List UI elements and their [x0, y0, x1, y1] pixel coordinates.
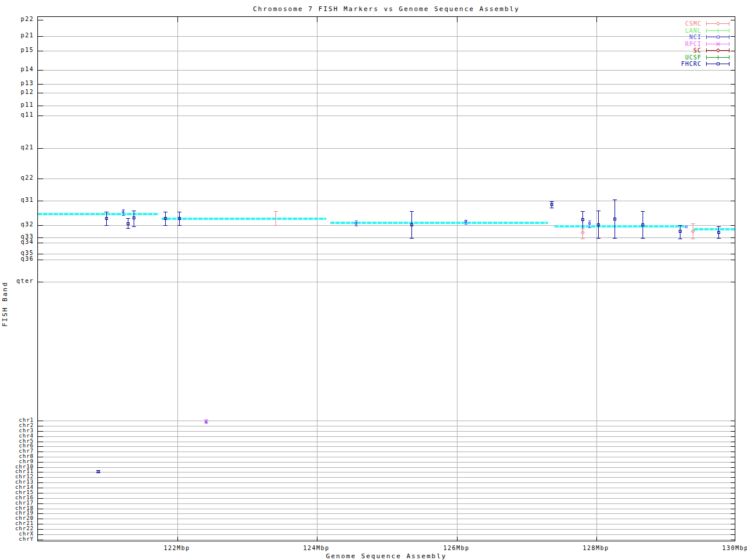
y-axis-tick [38, 106, 43, 106]
chart-title: Chromosome 7 FISH Markers vs Genome Sequ… [37, 5, 735, 13]
y-tick-label: q34 [0, 239, 34, 245]
y-axis-tick [731, 513, 735, 514]
legend-cap [729, 55, 729, 60]
error-bar-cap [132, 211, 136, 211]
gridline-horizontal [38, 84, 735, 85]
x-axis-tick [177, 17, 178, 22]
y-tick-label: p21 [0, 33, 34, 38]
y-axis-tick [38, 513, 43, 514]
legend-cap [729, 48, 729, 52]
legend-cap [729, 35, 729, 39]
legend-cap [706, 29, 707, 33]
legend-entry: RPCI [681, 41, 729, 48]
gridline-horizontal [38, 148, 735, 149]
error-bar-cap [588, 220, 591, 221]
y-axis-tick [38, 524, 43, 524]
gridline-horizontal [38, 503, 735, 504]
gridline-horizontal [38, 498, 735, 499]
y-axis-tick [38, 70, 43, 71]
gridline-horizontal [38, 51, 735, 51]
error-bar-cap [410, 238, 414, 239]
y-tick-label: q21 [0, 145, 34, 150]
y-tick-label: p13 [0, 80, 34, 86]
gridline-horizontal [38, 106, 735, 106]
error-bar-cap [550, 208, 554, 208]
legend-cap [706, 48, 707, 52]
x-axis-tick [596, 17, 597, 22]
error-bar-cap [126, 218, 130, 219]
gridline-horizontal [38, 452, 735, 452]
gridline-horizontal [38, 534, 735, 535]
gridline-horizontal [38, 426, 735, 426]
x-axis-label: Genome Sequence Assembly [37, 552, 735, 560]
gridline-horizontal [38, 524, 735, 524]
y-tick-label: q22 [0, 175, 34, 181]
y-axis-tick [731, 426, 735, 426]
marker-square [550, 203, 553, 206]
error-bar-cap [163, 212, 167, 212]
marker-square [410, 223, 413, 226]
marker-square [122, 211, 124, 213]
gridline-horizontal [38, 457, 735, 457]
legend-label: CSMC [685, 20, 701, 27]
gridline-horizontal [38, 482, 735, 483]
gridline-horizontal [38, 540, 735, 540]
gridline-horizontal [38, 421, 735, 421]
legend-cap [706, 22, 707, 26]
y-tick-label: p15 [0, 47, 34, 53]
error-bar-cap [678, 225, 682, 226]
gridline-horizontal [38, 201, 735, 201]
y-axis-tick [38, 534, 43, 535]
legend-marker-square [717, 36, 720, 38]
gridline-horizontal [38, 467, 735, 468]
legend-marker-square [717, 62, 720, 65]
gridline-vertical [457, 17, 458, 541]
error-bar-cap [122, 215, 125, 216]
legend-entry: FHCRC [681, 61, 729, 68]
y-axis-tick [731, 462, 735, 463]
gridline-horizontal [38, 436, 735, 437]
gridline-horizontal [38, 70, 735, 71]
gridline-horizontal [38, 254, 735, 254]
y-axis-tick [38, 472, 43, 473]
error-bar-cap [596, 238, 601, 239]
marker-square [355, 222, 357, 225]
y-axis-tick [38, 421, 43, 421]
gridline-horizontal [38, 431, 735, 432]
y-tick-label: q32 [0, 222, 34, 228]
assembly-segment [162, 218, 326, 220]
gridline-horizontal [38, 509, 735, 509]
x-tick-label: 122Mbp [153, 545, 200, 551]
legend-sample [706, 34, 729, 40]
y-axis-tick [731, 467, 735, 468]
marker-square [127, 222, 130, 225]
legend-cap [706, 42, 707, 46]
marker-square [105, 217, 108, 220]
y-axis-tick [731, 534, 735, 535]
y-axis-tick [731, 84, 735, 85]
y-axis-tick [38, 243, 43, 243]
y-axis-tick [731, 148, 735, 149]
y-axis-tick [731, 519, 735, 519]
y-axis-tick [731, 457, 735, 457]
 [718, 55, 718, 60]
assembly-segment [38, 213, 158, 215]
legend-sample [706, 41, 729, 47]
y-axis-tick [731, 254, 735, 254]
y-axis-tick [38, 446, 43, 447]
error-bar-cap [104, 225, 109, 226]
error-bar-cap [274, 211, 278, 212]
y-axis-tick [38, 477, 43, 478]
gridline-horizontal [38, 260, 735, 260]
y-tick-label: chrY [0, 537, 34, 542]
legend-sample [706, 48, 729, 53]
gridline-horizontal [38, 442, 735, 442]
gridline-horizontal [38, 237, 735, 238]
y-axis-tick [731, 431, 735, 432]
y-axis-tick [731, 442, 735, 442]
error-bar-cap [122, 209, 125, 210]
marker-square [641, 223, 644, 226]
marker-square [588, 222, 591, 225]
y-axis-tick [38, 84, 43, 85]
y-axis-tick [731, 503, 735, 504]
